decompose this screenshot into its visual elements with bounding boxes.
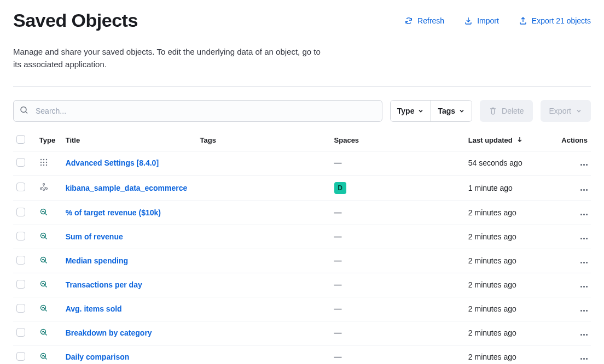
last-updated-value: 2 minutes ago	[465, 225, 558, 249]
table-row: Transactions per day—2 minutes ago	[13, 273, 591, 297]
row-checkbox[interactable]	[16, 328, 25, 337]
row-actions-button[interactable]	[561, 286, 588, 287]
table-row: Advanced Settings [8.4.0]—54 seconds ago	[13, 151, 591, 175]
objects-table: Type Title Tags Spaces Last updated Acti…	[13, 130, 591, 365]
row-actions-button[interactable]	[561, 189, 588, 191]
filter-group: Type Tags	[390, 100, 472, 122]
spaces-value: —	[334, 232, 342, 241]
divider	[13, 86, 591, 87]
object-title-link[interactable]: Transactions per day	[66, 280, 142, 289]
row-actions-button[interactable]	[561, 310, 588, 312]
object-title-link[interactable]: Breakdown by category	[66, 328, 152, 337]
bulk-export-label: Export	[549, 107, 571, 115]
svg-point-4	[40, 161, 42, 162]
last-updated-value: 2 minutes ago	[465, 273, 558, 297]
last-updated-value: 1 minute ago	[465, 175, 558, 201]
search-icon	[20, 105, 28, 116]
table-row: Avg. items sold—2 minutes ago	[13, 297, 591, 321]
last-updated-value: 54 seconds ago	[465, 151, 558, 175]
last-updated-value: 2 minutes ago	[465, 321, 558, 345]
object-title-link[interactable]: Avg. items sold	[66, 304, 122, 313]
space-badge[interactable]: D	[334, 182, 346, 194]
grid-icon	[39, 158, 48, 167]
row-actions-button[interactable]	[561, 334, 588, 336]
object-title-link[interactable]: kibana_sample_data_ecommerce	[66, 184, 188, 192]
svg-point-8	[43, 164, 44, 165]
object-title-link[interactable]: Sum of revenue	[66, 232, 123, 241]
row-actions-button[interactable]	[561, 164, 588, 166]
row-checkbox[interactable]	[16, 208, 25, 216]
last-updated-value: 2 minutes ago	[465, 249, 558, 273]
object-title-link[interactable]: % of target revenue ($10k)	[66, 208, 161, 217]
row-actions-button[interactable]	[561, 214, 588, 215]
object-title-link[interactable]: Daily comparison	[66, 353, 130, 361]
spaces-value: —	[334, 353, 342, 361]
lens-icon	[39, 328, 48, 337]
col-last-updated[interactable]: Last updated	[465, 130, 558, 151]
svg-point-0	[21, 107, 26, 112]
type-filter[interactable]: Type	[391, 101, 431, 121]
last-updated-value: 2 minutes ago	[465, 201, 558, 225]
spaces-value: —	[334, 208, 342, 217]
export-button[interactable]: Export 21 objects	[519, 16, 591, 25]
header-actions: Refresh Import Export 21 objects	[404, 16, 591, 25]
row-checkbox[interactable]	[16, 304, 25, 313]
page-subtitle: Manage and share your saved objects. To …	[13, 45, 325, 71]
col-spaces[interactable]: Spaces	[331, 130, 465, 151]
export-label: Export 21 objects	[532, 16, 591, 25]
chevron-down-icon	[458, 108, 465, 114]
svg-point-6	[46, 161, 47, 162]
row-checkbox[interactable]	[16, 232, 25, 240]
row-actions-button[interactable]	[561, 358, 588, 360]
row-checkbox[interactable]	[16, 352, 25, 361]
svg-point-1	[40, 158, 42, 160]
spaces-value: —	[334, 158, 342, 167]
import-icon	[464, 16, 473, 25]
search-wrap	[13, 100, 382, 122]
row-checkbox[interactable]	[16, 158, 25, 167]
import-label: Import	[477, 16, 499, 25]
lens-icon	[39, 352, 48, 361]
delete-button[interactable]: Delete	[480, 100, 532, 122]
row-actions-button[interactable]	[561, 238, 588, 239]
row-checkbox[interactable]	[16, 256, 25, 265]
col-title[interactable]: Title	[62, 130, 197, 151]
refresh-button[interactable]: Refresh	[404, 16, 444, 25]
object-title-link[interactable]: Advanced Settings [8.4.0]	[66, 158, 159, 167]
spaces-value: —	[334, 328, 342, 337]
lens-icon	[39, 256, 48, 265]
table-row: Median spending—2 minutes ago	[13, 249, 591, 273]
table-row: Sum of revenue—2 minutes ago	[13, 225, 591, 249]
table-row: % of target revenue ($10k)—2 minutes ago	[13, 201, 591, 225]
tags-filter[interactable]: Tags	[431, 101, 472, 121]
page-title: Saved Objects	[13, 10, 138, 31]
spaces-value: —	[334, 280, 342, 289]
row-checkbox[interactable]	[16, 280, 25, 289]
svg-point-5	[43, 161, 44, 162]
lens-icon	[39, 232, 48, 240]
lens-icon	[39, 208, 48, 216]
last-updated-value: 2 minutes ago	[465, 297, 558, 321]
object-title-link[interactable]: Median spending	[66, 256, 128, 265]
type-filter-label: Type	[397, 107, 415, 115]
import-button[interactable]: Import	[464, 16, 499, 25]
col-last-updated-label: Last updated	[468, 136, 513, 144]
svg-point-10	[43, 184, 44, 185]
spaces-value: —	[334, 304, 342, 313]
row-actions-button[interactable]	[561, 262, 588, 263]
search-input[interactable]	[13, 100, 382, 122]
svg-point-2	[43, 158, 44, 160]
select-all-checkbox[interactable]	[16, 135, 25, 144]
refresh-label: Refresh	[417, 16, 444, 25]
export-icon	[519, 16, 527, 25]
svg-point-3	[46, 158, 47, 160]
table-row: Breakdown by category—2 minutes ago	[13, 321, 591, 345]
col-actions: Actions	[558, 130, 591, 151]
row-checkbox[interactable]	[16, 183, 25, 191]
col-tags[interactable]: Tags	[197, 130, 331, 151]
last-updated-value: 2 minutes ago	[465, 345, 558, 364]
sort-descending-icon	[516, 136, 523, 143]
trash-icon	[489, 107, 497, 115]
bulk-export-button[interactable]: Export	[541, 100, 591, 122]
col-type[interactable]: Type	[36, 130, 62, 151]
